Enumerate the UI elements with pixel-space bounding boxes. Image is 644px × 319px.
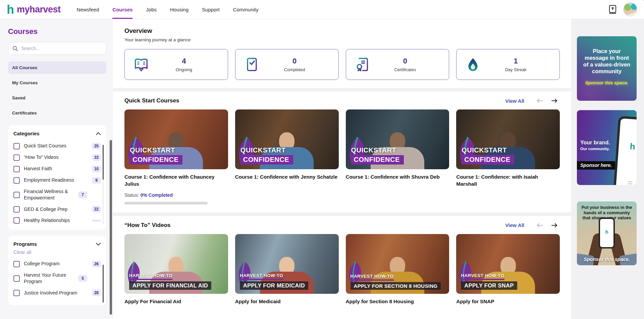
- video-title[interactable]: Apply for Medicaid: [235, 298, 339, 305]
- bible-icon[interactable]: [608, 4, 618, 15]
- programs-panel: Programs Clear all College Program 26 Ha…: [8, 236, 106, 305]
- checkbox[interactable]: [13, 206, 20, 213]
- stat-value: 0: [370, 57, 440, 65]
- checkbox[interactable]: [13, 154, 20, 161]
- video-title[interactable]: Apply For Financial Aid: [124, 298, 228, 305]
- category-row[interactable]: GED & College Prep 22: [13, 203, 101, 215]
- checkbox[interactable]: [13, 166, 20, 172]
- search-input[interactable]: [21, 46, 102, 51]
- course-search[interactable]: [8, 42, 106, 55]
- arrow-right-icon[interactable]: [551, 98, 560, 103]
- count-badge: 28: [92, 289, 101, 296]
- nav-item-housing[interactable]: Housing: [170, 0, 189, 19]
- video-card: HARVEST HOW-TO APPLY FOR FINANCIAL AID A…: [124, 234, 228, 305]
- arrow-left-icon[interactable]: [536, 223, 545, 228]
- sidebar-item-saved[interactable]: Saved: [8, 92, 106, 104]
- nav-item-support[interactable]: Support: [202, 0, 220, 19]
- chevron-down-icon[interactable]: [96, 242, 101, 246]
- video-title[interactable]: Apply for Section 8 Housing: [346, 298, 449, 305]
- program-row[interactable]: Justice Involved Program 28: [13, 287, 101, 299]
- book-check-icon: [244, 57, 260, 72]
- sidebar-item-all-courses[interactable]: All Courses: [8, 61, 106, 74]
- course-thumbnail[interactable]: QUICKSTART CONFIDENCE: [346, 109, 449, 169]
- category-row[interactable]: “How To” Videos 33: [13, 152, 101, 163]
- categories-scrollbar[interactable]: [103, 145, 104, 224]
- stat-card-ongoing: 4 Ongoing: [124, 49, 228, 80]
- search-icon: [12, 46, 18, 51]
- category-row[interactable]: Quick Start Courses 25: [13, 140, 101, 152]
- sponsor-rail: Place your message in front of a values-…: [571, 19, 644, 319]
- sponsor-ad-bottom[interactable]: Put your business in the hands of a comm…: [577, 201, 637, 265]
- course-thumbnail[interactable]: QUICKSTART CONFIDENCE: [235, 109, 339, 169]
- nav-item-community[interactable]: Community: [233, 0, 259, 19]
- sidebar-item-certificates[interactable]: Certificates: [8, 107, 106, 119]
- count-badge: 9: [92, 177, 101, 184]
- count-badge: 25: [92, 143, 101, 149]
- phone-mockup: h: [599, 218, 615, 248]
- arrow-right-icon[interactable]: [551, 223, 560, 228]
- video-card: HARVEST HOW-TO APPLY FOR SECTION 8 HOUSI…: [346, 234, 449, 305]
- course-title[interactable]: Course 1: Confidence with Jenny Schatzle: [235, 173, 339, 180]
- checkbox[interactable]: [13, 261, 20, 267]
- view-all-link[interactable]: View All: [505, 222, 524, 228]
- quick-start-section: Quick Start Courses View All: [113, 91, 571, 213]
- course-thumbnail[interactable]: QUICKSTART CONFIDENCE: [456, 109, 560, 169]
- checkbox[interactable]: [13, 275, 20, 282]
- flame-icon: [465, 57, 481, 72]
- category-row[interactable]: Employment Readiness 9: [13, 175, 101, 186]
- checkbox[interactable]: [13, 290, 20, 296]
- sidebar-scrollbar[interactable]: [110, 19, 112, 319]
- checkbox[interactable]: [13, 177, 20, 184]
- video-thumbnail[interactable]: HARVEST HOW-TO APPLY FOR SECTION 8 HOUSI…: [346, 234, 449, 294]
- course-title[interactable]: Course 1: Confidence: with Isaiah Marsha…: [456, 173, 560, 188]
- sponsor-ad-middle[interactable]: h Your brand. Our community. Sponsor her…: [577, 110, 637, 185]
- stat-label: Completed: [260, 67, 330, 72]
- sidebar-title: Courses: [8, 27, 106, 36]
- program-row[interactable]: Harvest Your Future Program 5: [13, 270, 101, 287]
- course-progress-bar: [124, 202, 208, 204]
- chevron-up-icon[interactable]: [96, 132, 101, 135]
- category-row[interactable]: Healthy Relationships: [13, 215, 101, 226]
- sponsor-cta: Sponsor here.: [577, 161, 615, 170]
- categories-list: Quick Start Courses 25 “How To” Videos 3…: [13, 140, 101, 226]
- course-title[interactable]: Course 1: Confidence with Chauncey Juliu…: [124, 173, 228, 188]
- stat-value: 1: [481, 57, 551, 65]
- programs-title: Programs: [13, 241, 37, 247]
- count-badge: 26: [92, 261, 101, 267]
- sidebar-item-my-courses[interactable]: My Courses: [8, 77, 106, 89]
- nav-item-courses[interactable]: Courses: [112, 0, 132, 19]
- arrow-left-icon[interactable]: [536, 98, 545, 103]
- courses-sidebar: Courses All Courses My Courses Saved Cer…: [0, 19, 113, 319]
- video-thumbnail[interactable]: HARVEST HOW-TO APPLY FOR MEDICAID: [235, 234, 339, 294]
- view-all-link[interactable]: View All: [505, 98, 524, 104]
- course-status: Status: 0% Completed: [124, 192, 228, 198]
- clear-all-link[interactable]: Clear all: [13, 249, 101, 255]
- stat-card-day-streak: 1 Day Streak: [456, 49, 560, 80]
- video-title[interactable]: Apply for SNAP: [456, 298, 560, 305]
- top-bar: h myharvest Newsfeed Courses Jobs Housin…: [0, 0, 644, 19]
- checkbox[interactable]: [13, 143, 20, 149]
- nav-item-jobs[interactable]: Jobs: [146, 0, 157, 19]
- program-row[interactable]: College Program 26: [13, 258, 101, 270]
- video-thumbnail[interactable]: HARVEST HOW-TO APPLY FOR SNAP: [456, 234, 560, 294]
- how-to-title: “How To” Videos: [124, 222, 505, 229]
- count-badge: 7: [78, 191, 87, 198]
- sponsor-ad-top[interactable]: Place your message in front of a values-…: [577, 36, 637, 101]
- overview-section: Overview Your learning journey at a glan…: [113, 19, 571, 88]
- category-row[interactable]: Financial Wellness & Empowerment 7: [13, 186, 101, 203]
- user-avatar[interactable]: [623, 2, 637, 16]
- myharvest-logo[interactable]: h myharvest: [7, 4, 61, 15]
- overview-title: Overview: [124, 27, 560, 35]
- checkbox[interactable]: [13, 192, 20, 198]
- stat-card-completed: 0 Completed: [235, 49, 339, 80]
- course-thumbnail[interactable]: QUICKSTART CONFIDENCE: [124, 109, 228, 169]
- how-to-section: “How To” Videos View All: [113, 216, 571, 319]
- programs-scrollbar[interactable]: [103, 265, 104, 303]
- course-title[interactable]: Course 1: Confidence with Shuvra Deb: [346, 173, 449, 180]
- sponsor-cta: Sponsor this space.: [577, 257, 637, 262]
- category-row[interactable]: Harvest Faith 10: [13, 163, 101, 175]
- video-thumbnail[interactable]: HARVEST HOW-TO APPLY FOR FINANCIAL AID: [124, 234, 228, 294]
- nav-item-newsfeed[interactable]: Newsfeed: [77, 0, 99, 19]
- checkbox[interactable]: [13, 217, 20, 224]
- video-card: HARVEST HOW-TO APPLY FOR MEDICAID Apply …: [235, 234, 339, 305]
